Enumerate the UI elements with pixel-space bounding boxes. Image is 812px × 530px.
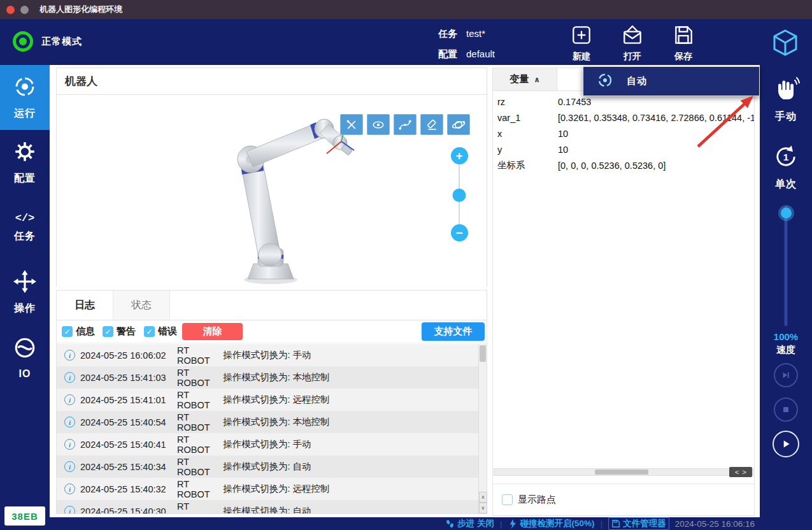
minimize-button[interactable] xyxy=(20,6,29,14)
zoom-out-button[interactable]: − xyxy=(451,224,468,241)
step-forward-button[interactable] xyxy=(774,363,798,387)
log-panel: 日志 状态 ✓ 信息 ✓ 警告 ✓ 错误 清除 支持文件 i2024-05-25… xyxy=(56,290,487,514)
variable-row[interactable]: 坐标系[0, 0, 0, 0.5236, 0.5236, 0] xyxy=(493,157,754,173)
info-checkbox[interactable]: ✓ xyxy=(62,326,73,337)
file-manager-button[interactable]: 文件管理器 xyxy=(608,517,669,530)
zoom-track[interactable] xyxy=(459,164,460,224)
new-task-button[interactable]: 新建 xyxy=(564,24,599,62)
variables-tab[interactable]: 变量 ∧ xyxy=(493,68,557,90)
variable-row[interactable]: var_1[0.3261, 0.35348, 0.73416, 2.72866,… xyxy=(493,110,754,125)
log-scrollbar[interactable]: ∧ ∨ xyxy=(478,344,487,513)
sidebar-item-label: 运行 xyxy=(14,107,36,120)
variables-hscroll-thumb[interactable] xyxy=(595,469,648,475)
log-row[interactable]: i2024-05-25 16:06:02RT ROBOT操作模式切换为: 手动 xyxy=(57,344,478,366)
log-source: RT ROBOT xyxy=(177,368,222,388)
log-tabs: 日志 状态 xyxy=(57,290,487,320)
open-task-button[interactable]: 打开 xyxy=(615,24,650,62)
tools-button[interactable] xyxy=(340,114,363,135)
filter-warning[interactable]: ✓ 警告 xyxy=(103,326,136,338)
orbit-button[interactable] xyxy=(447,114,470,135)
app-window: 机器人图形化编程环境 正常模式 任务test* 配置default 新建 打开 xyxy=(0,0,812,530)
new-task-label: 新建 xyxy=(573,51,590,62)
speed-label: 速度 xyxy=(760,344,812,356)
sidebar-item-task[interactable]: </> 任务 xyxy=(0,195,50,260)
log-source: RT ROBOT xyxy=(177,412,222,433)
error-checkbox[interactable]: ✓ xyxy=(144,326,155,337)
collision-label: 碰撞检测开启(50%) xyxy=(520,518,595,529)
auto-mode-label: 自动 xyxy=(627,75,647,87)
info-icon: i xyxy=(64,417,75,427)
hscroll-nav-buttons[interactable]: <> xyxy=(729,467,752,477)
sidebar-item-io[interactable]: IO xyxy=(0,325,50,390)
sidebar-item-config[interactable]: 配置 xyxy=(0,130,50,195)
open-task-label: 打开 xyxy=(623,51,641,62)
filter-warning-label: 警告 xyxy=(117,326,136,338)
warning-checkbox[interactable]: ✓ xyxy=(103,326,113,337)
single-run-button[interactable]: 1 单次 xyxy=(760,143,812,191)
speed-slider[interactable] xyxy=(785,206,788,326)
speed-slider-thumb[interactable] xyxy=(781,208,792,218)
svg-text:1: 1 xyxy=(783,152,789,162)
sidebar-item-operate[interactable]: 操作 xyxy=(0,260,50,325)
code-icon: </> xyxy=(15,212,35,224)
step-mode-toggle[interactable]: 步进 关闭 xyxy=(445,518,494,529)
sidebar-item-label: 任务 xyxy=(14,230,36,243)
collapse-caret-icon: ∧ xyxy=(534,75,540,84)
status-bar: 步进 关闭 | 碰撞检测开启(50%) | 文件管理器 2024-05-25 1… xyxy=(50,517,760,530)
filter-error[interactable]: ✓ 错误 xyxy=(144,326,177,338)
eraser-button[interactable] xyxy=(420,114,443,135)
show-waypoints-row: 显示路点 xyxy=(493,483,754,515)
manual-mode-label: 手动 xyxy=(775,110,797,124)
info-icon: i xyxy=(64,439,75,450)
manual-mode-button[interactable]: 手动 xyxy=(760,75,812,124)
tab-log[interactable]: 日志 xyxy=(57,290,113,320)
variable-row[interactable]: x10 xyxy=(493,125,754,141)
log-row[interactable]: i2024-05-25 15:40:32RT ROBOT操作模式切换为: 远程控… xyxy=(57,478,478,500)
variables-list: rz0.17453 var_1[0.3261, 0.35348, 0.73416… xyxy=(493,94,754,176)
show-waypoints-checkbox[interactable] xyxy=(502,494,513,505)
log-row[interactable]: i2024-05-25 15:41:01RT ROBOT操作模式切换为: 远程控… xyxy=(57,389,478,411)
mode-option-auto[interactable]: 自动 xyxy=(583,67,759,96)
filter-info[interactable]: ✓ 信息 xyxy=(62,326,95,338)
log-time: 2024-05-25 15:40:32 xyxy=(80,484,177,494)
eye-button[interactable] xyxy=(367,114,390,135)
save-task-button[interactable]: 保存 xyxy=(666,24,701,62)
log-row[interactable]: i2024-05-25 15:40:30RT ROBOT操作模式切换为: 自动 xyxy=(57,500,478,513)
info-icon: i xyxy=(64,372,75,383)
log-scrollbar-thumb[interactable] xyxy=(480,345,486,362)
variables-hscrollbar[interactable]: <> xyxy=(494,468,753,476)
separator: | xyxy=(500,519,502,529)
log-row[interactable]: i2024-05-25 15:41:03RT ROBOT操作模式切换为: 本地控… xyxy=(57,366,478,389)
log-time: 2024-05-25 15:40:54 xyxy=(80,417,177,427)
close-button[interactable] xyxy=(6,6,15,14)
scroll-left-icon[interactable]: < xyxy=(735,468,739,476)
log-row[interactable]: i2024-05-25 15:40:54RT ROBOT操作模式切换为: 本地控… xyxy=(57,411,478,433)
collision-detection-status[interactable]: 碰撞检测开启(50%) xyxy=(508,518,595,529)
scroll-up-button[interactable]: ∧ xyxy=(479,492,487,503)
play-button[interactable] xyxy=(773,431,799,457)
log-message: 操作模式切换为: 远程控制 xyxy=(223,394,330,406)
variables-panel: 变量 ∧ rz0.17453 var_1[0.3261, 0.35348, 0.… xyxy=(492,68,755,516)
path-button[interactable] xyxy=(394,114,417,135)
stop-button[interactable] xyxy=(774,398,798,422)
sidebar-item-run[interactable]: 运行 xyxy=(0,65,50,130)
clear-button[interactable]: 清除 xyxy=(182,323,243,340)
scroll-right-icon[interactable]: > xyxy=(743,468,746,476)
log-row[interactable]: i2024-05-25 15:40:41RT ROBOT操作模式切换为: 手动 xyxy=(57,433,478,455)
variable-row[interactable]: y10 xyxy=(493,141,754,157)
zoom-thumb[interactable] xyxy=(453,189,466,202)
robot-3d-view[interactable]: + − xyxy=(57,96,487,287)
log-time: 2024-05-25 16:06:02 xyxy=(80,350,177,361)
log-filterbar: ✓ 信息 ✓ 警告 ✓ 错误 清除 支持文件 xyxy=(57,320,487,343)
task-label: 任务 xyxy=(438,28,457,39)
filter-error-label: 错误 xyxy=(158,326,177,338)
app-logo[interactable] xyxy=(769,27,801,59)
log-message: 操作模式切换为: 手动 xyxy=(223,349,311,361)
log-message: 操作模式切换为: 自动 xyxy=(223,505,311,513)
scroll-down-button[interactable]: ∨ xyxy=(479,503,487,513)
log-row[interactable]: i2024-05-25 15:40:34RT ROBOT操作模式切换为: 自动 xyxy=(57,455,478,478)
support-files-button[interactable]: 支持文件 xyxy=(422,322,485,341)
tab-status[interactable]: 状态 xyxy=(113,290,170,320)
log-time: 2024-05-25 15:40:34 xyxy=(80,462,177,472)
zoom-in-button[interactable]: + xyxy=(451,147,468,164)
